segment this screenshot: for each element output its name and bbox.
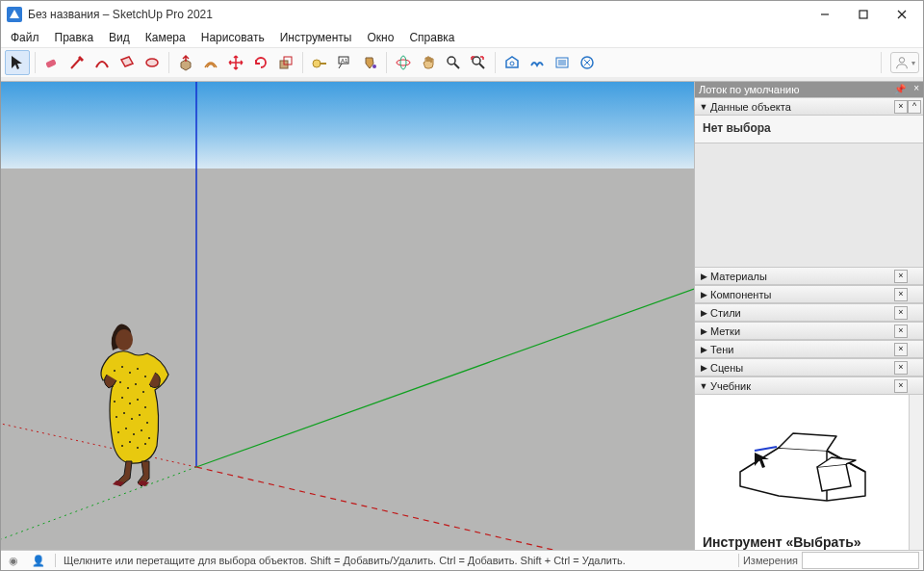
panel-components-label: Компоненты [710, 289, 771, 300]
statusbar: ◉ 👤 Щелкните или перетащите для выбора о… [1, 550, 923, 570]
svg-point-44 [131, 418, 133, 420]
tool-eraser[interactable] [40, 51, 64, 74]
svg-point-51 [148, 437, 150, 439]
tool-select[interactable] [5, 50, 30, 75]
menu-edit[interactable]: Правка [47, 29, 102, 46]
panel-materials[interactable]: ▶Материалы× [695, 267, 923, 285]
svg-point-19 [899, 58, 904, 63]
tool-offset[interactable] [199, 51, 222, 74]
tool-ext-warehouse[interactable] [526, 51, 549, 74]
panel-close-icon[interactable]: × [894, 270, 908, 283]
tool-move[interactable] [224, 51, 247, 74]
scale-figure [101, 324, 168, 486]
svg-point-29 [137, 368, 139, 370]
tool-arc[interactable] [90, 51, 114, 74]
instructor-content: Инструмент «Выбрать» [695, 395, 910, 550]
entity-info-noselection: Нет выбора [695, 116, 923, 143]
svg-point-45 [139, 414, 141, 416]
svg-point-49 [133, 433, 135, 435]
panel-close-icon[interactable]: × [894, 306, 908, 320]
credits-icon[interactable]: 👤 [30, 552, 47, 569]
tool-ext-manager[interactable] [551, 51, 574, 74]
menubar: Файл Правка Вид Камера Нарисовать Инстру… [1, 28, 923, 48]
instructor-scrollbar[interactable] [909, 395, 923, 550]
panel-scenes[interactable]: ▶Сцены× [695, 358, 923, 376]
panel-tags-label: Метки [710, 325, 740, 337]
menu-help[interactable]: Справка [401, 29, 462, 46]
tool-line[interactable] [65, 51, 89, 74]
panel-close-icon[interactable]: × [894, 324, 908, 338]
svg-point-41 [144, 406, 146, 408]
panel-entity-info-label: Данные объекта [710, 101, 791, 113]
svg-point-50 [141, 429, 142, 431]
tool-pan[interactable] [417, 51, 440, 74]
panel-styles[interactable]: ▶Стили× [695, 303, 923, 322]
panel-materials-label: Материалы [710, 271, 767, 282]
menu-tools[interactable]: Инструменты [272, 29, 360, 46]
tray-close-icon[interactable]: × [913, 83, 919, 93]
svg-point-47 [117, 431, 119, 433]
tool-orbit[interactable] [392, 51, 415, 74]
svg-point-27 [121, 366, 123, 368]
panel-components[interactable]: ▶Компоненты× [695, 285, 923, 303]
panel-styles-label: Стили [710, 307, 741, 319]
geo-icon[interactable]: ◉ [5, 552, 22, 569]
app-icon [7, 7, 22, 22]
svg-point-25 [116, 329, 133, 350]
svg-point-8 [313, 60, 321, 67]
pin-icon[interactable]: 📌 [894, 84, 906, 94]
panel-close-icon[interactable]: × [894, 288, 908, 301]
tray-title[interactable]: Лоток по умолчанию 📌 × [695, 82, 923, 97]
panel-instructor[interactable]: ▼Учебник× [695, 376, 923, 395]
tool-rotate[interactable] [249, 51, 272, 74]
tool-zoom-extents[interactable] [467, 51, 490, 74]
panel-instructor-label: Учебник [710, 380, 751, 392]
minimize-button[interactable] [806, 1, 844, 28]
menu-window[interactable]: Окно [359, 29, 401, 46]
svg-point-34 [135, 383, 137, 385]
panel-shadows[interactable]: ▶Тени× [695, 340, 923, 358]
tool-3dwarehouse[interactable] [500, 51, 524, 74]
svg-point-54 [137, 447, 139, 449]
svg-line-23 [196, 467, 694, 550]
tool-layout[interactable] [576, 51, 599, 74]
status-hint: Щелкните или перетащите для выбора объек… [60, 555, 734, 566]
panel-tags[interactable]: ▶Метки× [695, 322, 923, 340]
svg-point-38 [121, 397, 123, 399]
tool-pushpull[interactable] [174, 51, 197, 74]
tool-tape[interactable] [308, 51, 331, 74]
tool-scale[interactable] [274, 51, 297, 74]
svg-point-46 [146, 422, 148, 424]
panel-close-icon[interactable]: × [894, 379, 908, 393]
svg-point-5 [146, 59, 158, 66]
tool-zoom[interactable] [442, 51, 465, 74]
svg-point-35 [142, 391, 144, 393]
svg-point-37 [114, 401, 116, 402]
panel-entity-info[interactable]: ▼ Данные объекта × ^ [695, 97, 923, 116]
toolbar: A1 ▾ [1, 48, 923, 81]
panel-close-icon[interactable]: × [894, 361, 908, 375]
menu-camera[interactable]: Камера [138, 29, 193, 46]
account-button[interactable]: ▾ [890, 52, 919, 73]
svg-point-33 [127, 387, 129, 389]
close-button[interactable] [883, 1, 921, 28]
measurements-input[interactable] [802, 552, 919, 569]
svg-point-43 [123, 412, 125, 414]
menu-file[interactable]: Файл [3, 29, 47, 46]
svg-rect-1 [860, 11, 867, 18]
svg-point-16 [510, 62, 514, 65]
menu-view[interactable]: Вид [101, 29, 138, 46]
tool-paint[interactable] [358, 51, 381, 74]
panel-close-icon[interactable]: × [894, 343, 908, 356]
panel-close-icon[interactable]: × [894, 100, 908, 114]
tool-circle[interactable] [141, 51, 164, 74]
svg-point-13 [400, 56, 406, 69]
tool-rectangle[interactable] [116, 51, 139, 74]
tool-text[interactable]: A1 [333, 51, 356, 74]
svg-line-24 [1, 424, 196, 467]
viewport[interactable] [1, 82, 694, 550]
maximize-button[interactable] [844, 1, 883, 28]
panel-collapse-icon[interactable]: ^ [908, 100, 921, 114]
svg-point-48 [125, 428, 127, 429]
menu-draw[interactable]: Нарисовать [193, 29, 272, 46]
